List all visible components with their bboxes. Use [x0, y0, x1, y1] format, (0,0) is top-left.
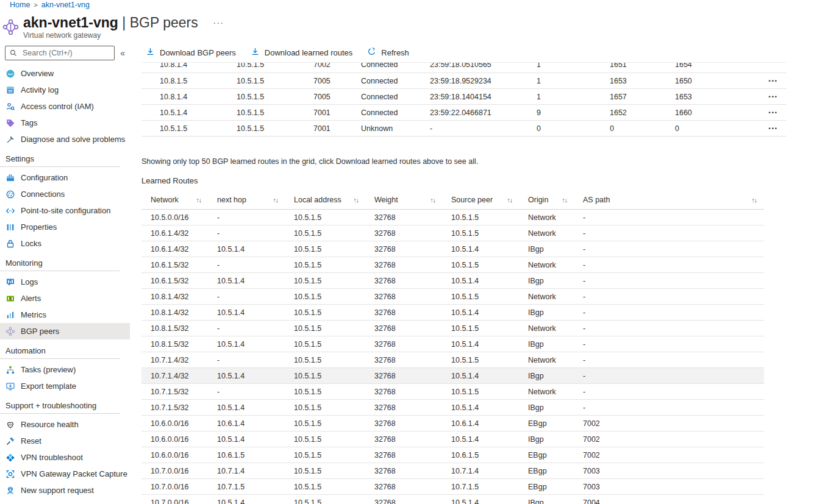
logs-icon [5, 277, 15, 287]
learned-route-row[interactable]: 10.6.1.5/3210.5.1.410.5.1.53276810.5.1.4… [141, 273, 764, 289]
column-header-as-path[interactable]: AS path↑↓ [583, 196, 764, 204]
bgp-peer-row[interactable]: 10.8.1.410.5.1.57002Connected23:59:18.05… [141, 62, 787, 72]
sidebar-item-tags[interactable]: Tags [0, 115, 130, 131]
sort-icon[interactable]: ↑↓ [430, 196, 436, 204]
bgp-peer-row[interactable]: 10.8.1.510.5.1.57005Connected23:59:18.95… [141, 73, 787, 89]
point-to-site-icon [5, 206, 15, 216]
sidebar-item-bgp-peers[interactable]: BGP peers [0, 323, 130, 339]
sidebar-search-box[interactable] [5, 46, 115, 60]
learned-route-row[interactable]: 10.6.1.4/3210.5.1.410.5.1.53276810.5.1.4… [141, 241, 764, 257]
collapse-sidebar-button[interactable]: « [120, 48, 125, 58]
sidebar-item-access-control-iam[interactable]: Access control (IAM) [0, 98, 130, 115]
learned-route-row[interactable]: 10.7.1.5/32-10.5.1.53276810.5.1.5Network… [141, 384, 764, 400]
sort-icon[interactable]: ↑↓ [752, 196, 757, 204]
sidebar-item-metrics[interactable]: Metrics [0, 307, 130, 323]
column-header-weight[interactable]: Weight↑↓ [374, 196, 451, 204]
sort-icon[interactable]: ↑↓ [507, 196, 513, 204]
sort-icon[interactable]: ↑↓ [562, 196, 568, 204]
column-header-local-address[interactable]: Local address↑↓ [294, 196, 374, 204]
sidebar-item-alerts[interactable]: Alerts [0, 290, 130, 307]
learned-route-cell: 10.7.0.0/16 [141, 483, 217, 491]
sidebar-item-new-support-request[interactable]: New support request [0, 482, 130, 499]
learned-route-cell: 10.5.1.4 [451, 435, 528, 444]
download-learned-routes-button[interactable]: Download learned routes [251, 47, 353, 58]
bgp-peer-row[interactable]: 10.5.1.410.5.1.57001Connected23:59:22.04… [141, 105, 787, 121]
learned-route-row[interactable]: 10.8.1.5/32-10.5.1.53276810.5.1.5Network… [141, 321, 764, 336]
column-header-source-peer[interactable]: Source peer↑↓ [451, 196, 528, 204]
sidebar-item-label: New support request [21, 486, 94, 495]
bgp-peer-cell: - [430, 124, 537, 133]
sidebar-item-locks[interactable]: Locks [0, 235, 130, 252]
sidebar-item-activity-log[interactable]: Activity log [0, 82, 130, 98]
download-bgp-peers-button[interactable]: Download BGP peers [146, 47, 236, 58]
sidebar-item-properties[interactable]: Properties [0, 219, 130, 235]
sidebar-item-configuration[interactable]: Configuration [0, 169, 130, 186]
sidebar-item-export-template[interactable]: Export template [0, 378, 130, 394]
row-context-menu-button[interactable]: ••• [754, 126, 787, 132]
learned-route-row[interactable]: 10.7.1.5/3210.5.1.410.5.1.53276810.5.1.4… [141, 400, 764, 416]
column-header-next-hop[interactable]: next hop↑↓ [217, 196, 294, 204]
sidebar-item-label: Tasks (preview) [21, 365, 76, 374]
more-options-button[interactable]: ··· [213, 15, 224, 30]
learned-route-row[interactable]: 10.7.0.0/1610.7.1.410.5.1.53276810.7.1.4… [141, 463, 764, 479]
tags-icon [5, 118, 15, 128]
column-header-network[interactable]: Network↑↓ [141, 196, 217, 204]
refresh-button[interactable]: Refresh [367, 47, 409, 58]
row-context-menu-button[interactable]: ••• [754, 94, 787, 100]
breadcrumb-home-link[interactable]: Home [10, 1, 30, 9]
bgp-peer-row[interactable]: 10.5.1.510.5.1.57001Unknown-000••• [141, 121, 787, 137]
learned-route-cell: 32768 [374, 213, 451, 222]
search-icon [9, 49, 18, 57]
alerts-icon [5, 294, 15, 303]
sort-icon[interactable]: ↑↓ [273, 196, 279, 204]
learned-route-row[interactable]: 10.8.1.4/32-10.5.1.53276810.5.1.5Network… [141, 289, 764, 305]
learned-route-row[interactable]: 10.8.1.4/3210.5.1.410.5.1.53276810.5.1.4… [141, 305, 764, 321]
breadcrumb-separator: > [34, 1, 37, 9]
learned-route-row[interactable]: 10.5.0.0/16-10.5.1.53276810.5.1.5Network… [141, 210, 764, 225]
learned-route-cell: 32768 [374, 293, 451, 301]
learned-route-row[interactable]: 10.7.1.4/32-10.5.1.53276810.5.1.5Network… [141, 352, 764, 368]
bgp-peer-cell: 0 [675, 124, 754, 133]
learned-route-cell: 32768 [374, 451, 451, 460]
breadcrumb: Home>akn-vnet1-vng [10, 1, 90, 9]
sidebar-item-overview[interactable]: Overview [0, 65, 130, 82]
learned-route-row[interactable]: 10.6.0.0/1610.6.1.410.5.1.53276810.6.1.4… [141, 416, 764, 431]
learned-route-row[interactable]: 10.7.0.0/1610.7.1.510.5.1.53276810.7.1.5… [141, 479, 764, 495]
bgp-peer-cell: 10.5.1.5 [237, 77, 313, 85]
learned-route-row[interactable]: 10.8.1.5/3210.5.1.410.5.1.53276810.5.1.4… [141, 336, 764, 352]
learned-route-cell: 10.5.1.5 [294, 261, 374, 269]
column-header-label: Weight [374, 196, 398, 204]
row-context-menu-button[interactable]: ••• [754, 78, 787, 84]
bgp-peers-table: 10.8.1.410.5.1.57002Connected23:59:18.05… [141, 62, 787, 137]
sidebar-item-tasks-preview[interactable]: Tasks (preview) [0, 361, 130, 378]
sidebar-item-logs[interactable]: Logs [0, 274, 130, 290]
bgp-peer-row[interactable]: 10.8.1.410.5.1.57005Connected23:59:18.14… [141, 89, 787, 105]
row-context-menu-button[interactable]: ••• [754, 110, 787, 116]
learned-route-row[interactable]: 10.6.0.0/1610.6.1.510.5.1.53276810.6.1.5… [141, 447, 764, 463]
sort-icon[interactable]: ↑↓ [354, 196, 359, 204]
bgp-peer-cell: 1 [537, 93, 610, 101]
learned-route-row[interactable]: 10.7.0.0/1610.5.1.410.5.1.53276810.5.1.4… [141, 495, 764, 504]
learned-route-cell: 32768 [374, 324, 451, 333]
sidebar-item-diagnose-and-solve-problems[interactable]: Diagnose and solve problems [0, 131, 130, 147]
breadcrumb-resource-link[interactable]: akn-vnet1-vng [41, 1, 90, 9]
sort-icon[interactable]: ↑↓ [196, 196, 202, 204]
learned-route-row[interactable]: 10.6.1.4/32-10.5.1.53276810.5.1.5Network… [141, 225, 764, 241]
learned-route-cell: Network [528, 356, 583, 364]
sidebar-item-connections[interactable]: Connections [0, 186, 130, 202]
learned-route-row[interactable]: 10.6.1.5/32-10.5.1.53276810.5.1.5Network… [141, 257, 764, 273]
learned-route-row[interactable]: 10.6.0.0/1610.5.1.410.5.1.53276810.5.1.4… [141, 431, 764, 447]
column-header-label: AS path [583, 196, 610, 204]
search-input[interactable] [21, 48, 110, 58]
column-header-origin[interactable]: Origin↑↓ [528, 196, 583, 204]
sidebar-item-resource-health[interactable]: Resource health [0, 416, 130, 433]
sidebar-item-point-to-site-configuration[interactable]: Point-to-site configuration [0, 202, 130, 219]
sidebar-item-vpn-troubleshoot[interactable]: VPN troubleshoot [0, 449, 130, 466]
sidebar-item-vpn-gateway-packet-capture[interactable]: VPN Gateway Packet Capture [0, 466, 130, 482]
sidebar-item-label: Properties [21, 222, 57, 232]
properties-icon [5, 222, 15, 232]
learned-route-cell: - [583, 403, 764, 412]
learned-route-row[interactable]: 10.7.1.4/3210.5.1.410.5.1.53276810.5.1.4… [141, 368, 764, 384]
learned-route-cell: EBgp [528, 451, 583, 460]
sidebar-item-reset[interactable]: Reset [0, 433, 130, 449]
